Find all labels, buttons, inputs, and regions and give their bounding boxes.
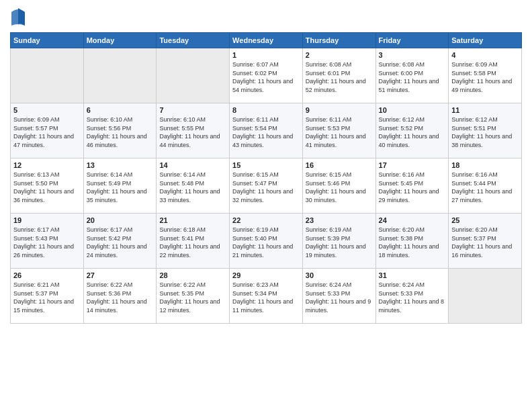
- day-cell: 2Sunrise: 6:08 AMSunset: 6:01 PMDaylight…: [302, 48, 375, 103]
- day-number: 12: [13, 161, 81, 169]
- day-cell: 12Sunrise: 6:13 AMSunset: 5:50 PMDayligh…: [11, 158, 84, 214]
- day-number: 2: [306, 51, 373, 59]
- day-cell: [11, 48, 84, 103]
- cell-content: Sunrise: 6:22 AMSunset: 5:36 PMDaylight:…: [87, 281, 154, 314]
- day-cell: 13Sunrise: 6:14 AMSunset: 5:49 PMDayligh…: [83, 158, 157, 214]
- cell-content: Sunrise: 6:19 AMSunset: 5:40 PMDaylight:…: [232, 226, 300, 259]
- day-number: 4: [451, 51, 519, 59]
- day-number: 29: [232, 271, 300, 279]
- day-cell: 24Sunrise: 6:20 AMSunset: 5:38 PMDayligh…: [375, 214, 449, 269]
- day-cell: 19Sunrise: 6:17 AMSunset: 5:43 PMDayligh…: [11, 214, 84, 269]
- day-cell: 21Sunrise: 6:18 AMSunset: 5:41 PMDayligh…: [157, 214, 230, 269]
- cell-content: Sunrise: 6:09 AMSunset: 5:57 PMDaylight:…: [13, 116, 81, 149]
- day-number: 19: [13, 216, 81, 224]
- day-number: 11: [451, 106, 519, 114]
- cell-content: Sunrise: 6:16 AMSunset: 5:45 PMDaylight:…: [379, 171, 446, 204]
- cell-content: Sunrise: 6:11 AMSunset: 5:54 PMDaylight:…: [232, 116, 300, 149]
- day-number: 14: [159, 161, 226, 169]
- day-number: 21: [159, 216, 226, 224]
- cell-content: Sunrise: 6:08 AMSunset: 6:01 PMDaylight:…: [306, 60, 373, 94]
- logo: [10, 7, 29, 27]
- day-number: 31: [379, 271, 446, 279]
- page: SundayMondayTuesdayWednesdayThursdayFrid…: [0, 0, 532, 411]
- cell-content: Sunrise: 6:07 AMSunset: 6:02 PMDaylight:…: [232, 60, 300, 94]
- cell-content: Sunrise: 6:15 AMSunset: 5:46 PMDaylight:…: [306, 171, 373, 204]
- day-number: 17: [379, 161, 446, 169]
- day-cell: 17Sunrise: 6:16 AMSunset: 5:45 PMDayligh…: [375, 158, 449, 214]
- day-cell: [449, 269, 522, 324]
- day-number: 5: [13, 106, 81, 114]
- day-cell: 27Sunrise: 6:22 AMSunset: 5:36 PMDayligh…: [83, 269, 157, 324]
- day-cell: 29Sunrise: 6:23 AMSunset: 5:34 PMDayligh…: [230, 269, 303, 324]
- day-number: 9: [306, 106, 373, 114]
- header: [10, 7, 522, 27]
- weekday-friday: Friday: [375, 33, 449, 48]
- day-cell: 23Sunrise: 6:19 AMSunset: 5:39 PMDayligh…: [302, 214, 375, 269]
- day-number: 25: [451, 216, 519, 224]
- cell-content: Sunrise: 6:12 AMSunset: 5:52 PMDaylight:…: [379, 116, 446, 149]
- day-number: 23: [306, 216, 373, 224]
- day-cell: 25Sunrise: 6:20 AMSunset: 5:37 PMDayligh…: [449, 214, 522, 269]
- day-cell: 10Sunrise: 6:12 AMSunset: 5:52 PMDayligh…: [375, 103, 449, 158]
- day-cell: 6Sunrise: 6:10 AMSunset: 5:56 PMDaylight…: [83, 103, 157, 158]
- calendar-body: 1Sunrise: 6:07 AMSunset: 6:02 PMDaylight…: [11, 48, 522, 324]
- weekday-thursday: Thursday: [302, 33, 375, 48]
- day-number: 13: [87, 161, 154, 169]
- weekday-row: SundayMondayTuesdayWednesdayThursdayFrid…: [11, 33, 522, 48]
- day-cell: 14Sunrise: 6:14 AMSunset: 5:48 PMDayligh…: [157, 158, 230, 214]
- cell-content: Sunrise: 6:13 AMSunset: 5:50 PMDaylight:…: [13, 171, 81, 204]
- day-cell: 11Sunrise: 6:12 AMSunset: 5:51 PMDayligh…: [449, 103, 522, 158]
- cell-content: Sunrise: 6:24 AMSunset: 5:33 PMDaylight:…: [379, 281, 446, 314]
- day-number: 6: [87, 106, 154, 114]
- day-cell: [157, 48, 230, 103]
- cell-content: Sunrise: 6:20 AMSunset: 5:37 PMDaylight:…: [451, 226, 519, 259]
- day-cell: 28Sunrise: 6:22 AMSunset: 5:35 PMDayligh…: [157, 269, 230, 324]
- day-number: 26: [13, 271, 81, 279]
- weekday-monday: Monday: [83, 33, 157, 48]
- day-number: 15: [232, 161, 300, 169]
- cell-content: Sunrise: 6:09 AMSunset: 5:58 PMDaylight:…: [451, 60, 519, 94]
- logo-icon: [10, 7, 26, 27]
- day-cell: 4Sunrise: 6:09 AMSunset: 5:58 PMDaylight…: [449, 48, 522, 103]
- day-cell: 26Sunrise: 6:21 AMSunset: 5:37 PMDayligh…: [11, 269, 84, 324]
- weekday-saturday: Saturday: [449, 33, 522, 48]
- week-row-2: 5Sunrise: 6:09 AMSunset: 5:57 PMDaylight…: [11, 103, 522, 158]
- day-cell: 31Sunrise: 6:24 AMSunset: 5:33 PMDayligh…: [375, 269, 449, 324]
- cell-content: Sunrise: 6:17 AMSunset: 5:42 PMDaylight:…: [87, 226, 154, 259]
- day-cell: 16Sunrise: 6:15 AMSunset: 5:46 PMDayligh…: [302, 158, 375, 214]
- cell-content: Sunrise: 6:10 AMSunset: 5:56 PMDaylight:…: [87, 116, 154, 149]
- cell-content: Sunrise: 6:12 AMSunset: 5:51 PMDaylight:…: [451, 116, 519, 149]
- day-number: 16: [306, 161, 373, 169]
- day-number: 1: [232, 51, 300, 59]
- cell-content: Sunrise: 6:11 AMSunset: 5:53 PMDaylight:…: [306, 116, 373, 149]
- cell-content: Sunrise: 6:24 AMSunset: 5:33 PMDaylight:…: [306, 281, 373, 314]
- cell-content: Sunrise: 6:15 AMSunset: 5:47 PMDaylight:…: [232, 171, 300, 204]
- day-cell: [83, 48, 157, 103]
- cell-content: Sunrise: 6:18 AMSunset: 5:41 PMDaylight:…: [159, 226, 226, 259]
- day-number: 7: [159, 106, 226, 114]
- day-cell: 20Sunrise: 6:17 AMSunset: 5:42 PMDayligh…: [83, 214, 157, 269]
- day-cell: 18Sunrise: 6:16 AMSunset: 5:44 PMDayligh…: [449, 158, 522, 214]
- cell-content: Sunrise: 6:14 AMSunset: 5:49 PMDaylight:…: [87, 171, 154, 204]
- day-number: 24: [379, 216, 446, 224]
- cell-content: Sunrise: 6:20 AMSunset: 5:38 PMDaylight:…: [379, 226, 446, 259]
- cell-content: Sunrise: 6:16 AMSunset: 5:44 PMDaylight:…: [451, 171, 519, 204]
- day-cell: 5Sunrise: 6:09 AMSunset: 5:57 PMDaylight…: [11, 103, 84, 158]
- day-cell: 1Sunrise: 6:07 AMSunset: 6:02 PMDaylight…: [230, 48, 303, 103]
- week-row-4: 19Sunrise: 6:17 AMSunset: 5:43 PMDayligh…: [11, 214, 522, 269]
- week-row-1: 1Sunrise: 6:07 AMSunset: 6:02 PMDaylight…: [11, 48, 522, 103]
- day-number: 28: [159, 271, 226, 279]
- weekday-wednesday: Wednesday: [230, 33, 303, 48]
- day-number: 20: [87, 216, 154, 224]
- cell-content: Sunrise: 6:21 AMSunset: 5:37 PMDaylight:…: [13, 281, 81, 314]
- day-number: 3: [379, 51, 446, 59]
- day-number: 30: [306, 271, 373, 279]
- day-cell: 22Sunrise: 6:19 AMSunset: 5:40 PMDayligh…: [230, 214, 303, 269]
- day-number: 18: [451, 161, 519, 169]
- cell-content: Sunrise: 6:10 AMSunset: 5:55 PMDaylight:…: [159, 116, 226, 149]
- week-row-3: 12Sunrise: 6:13 AMSunset: 5:50 PMDayligh…: [11, 158, 522, 214]
- day-cell: 15Sunrise: 6:15 AMSunset: 5:47 PMDayligh…: [230, 158, 303, 214]
- day-number: 27: [87, 271, 154, 279]
- calendar: SundayMondayTuesdayWednesdayThursdayFrid…: [10, 32, 522, 324]
- day-cell: 30Sunrise: 6:24 AMSunset: 5:33 PMDayligh…: [302, 269, 375, 324]
